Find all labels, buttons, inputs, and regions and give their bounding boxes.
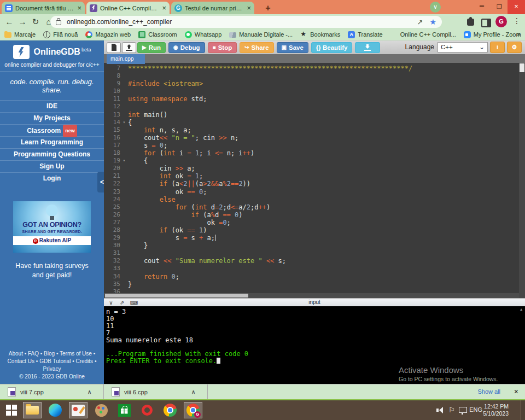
bookmark-item-3[interactable]: Magazin web bbox=[85, 31, 131, 38]
code-line-15[interactable]: 15int n, s, a; bbox=[104, 126, 513, 134]
code-line-13[interactable]: 13int main() bbox=[104, 111, 513, 119]
bookmark-item-9[interactable]: Online C++ Compil... bbox=[390, 31, 456, 38]
code-line-35[interactable]: 35} bbox=[104, 281, 513, 288]
code-line-21[interactable]: 21int ok = 1; bbox=[104, 172, 513, 180]
url-text[interactable]: onlinegdb.com/online_c++_compiler bbox=[67, 18, 411, 26]
code-line-11[interactable]: 11using namespace std; bbox=[104, 95, 513, 103]
code-line-12[interactable]: 12 bbox=[104, 103, 513, 110]
code-line-7[interactable]: 7***************************************… bbox=[104, 65, 513, 72]
terminal-scrollbar[interactable] bbox=[520, 306, 525, 384]
network-icon[interactable] bbox=[459, 407, 467, 413]
editor-horizontal-scrollbar[interactable] bbox=[104, 293, 519, 298]
taskbar-store[interactable] bbox=[115, 402, 133, 418]
action-center-flag-icon[interactable]: ⚐ bbox=[448, 406, 455, 414]
bookmark-item-4[interactable]: Classroom bbox=[138, 31, 177, 38]
download-chevron-icon[interactable]: ∧ bbox=[88, 389, 91, 395]
side-panel-icon[interactable] bbox=[481, 19, 491, 27]
bookmark-item-6[interactable]: Manuale Digitale -... bbox=[229, 31, 293, 38]
browser-menu-icon[interactable]: ⋮ bbox=[513, 16, 521, 25]
show-desktop-button[interactable] bbox=[521, 400, 525, 420]
browser-profile-chevron-button[interactable]: ∨ bbox=[430, 2, 441, 13]
bookmark-item-8[interactable]: Translate bbox=[348, 31, 382, 38]
code-line-20[interactable]: 20cin >> a; bbox=[104, 165, 513, 172]
code-line-26[interactable]: 26if (a%d == 0) bbox=[104, 211, 513, 219]
tab-close-icon[interactable]: × bbox=[162, 4, 166, 12]
language-select[interactable]: C++⌄ bbox=[438, 42, 488, 52]
window-minimize-button[interactable]: – bbox=[474, 0, 490, 14]
taskbar-opera[interactable] bbox=[138, 402, 156, 418]
volume-icon[interactable] bbox=[439, 407, 443, 413]
code-line-32[interactable]: 32cout << "Suma numerelor este " << s; bbox=[104, 257, 513, 265]
tab-close-icon[interactable]: × bbox=[77, 4, 81, 12]
settings-gear-button[interactable]: ⚙ bbox=[507, 42, 522, 53]
window-restore-button[interactable]: ❐ bbox=[491, 0, 508, 14]
window-close-button[interactable]: × bbox=[508, 0, 525, 14]
code-line-19[interactable]: 19▾{ bbox=[104, 157, 513, 165]
share-icon[interactable]: ↗ bbox=[417, 18, 423, 26]
browser-tab-3[interactable]: Testul de numar prim C++ - Înva× bbox=[171, 2, 254, 14]
bookmark-item-10[interactable]: My Profile - Zoom bbox=[464, 31, 521, 38]
new-file-button[interactable] bbox=[107, 42, 121, 53]
code-line-9[interactable]: 9#include <iostream> bbox=[104, 80, 513, 88]
forward-button[interactable]: → bbox=[16, 16, 28, 28]
bookmark-item-2[interactable]: Filă nouă bbox=[43, 31, 78, 38]
sidebar-item-my-projects[interactable]: My Projects bbox=[0, 113, 104, 125]
fold-marker-icon[interactable]: ▾ bbox=[120, 119, 128, 126]
code-line-22[interactable]: 22if (a<2||(a>2&&a%2==2)) bbox=[104, 180, 513, 188]
taskbar-image-editor[interactable] bbox=[69, 402, 88, 418]
footer-link-privacy[interactable]: Privacy bbox=[43, 366, 61, 372]
address-bar[interactable]: onlinegdb.com/online_c++_compiler ↗ ★ bbox=[50, 16, 442, 28]
code-line-30[interactable]: 30} bbox=[104, 242, 513, 249]
profile-avatar[interactable]: G bbox=[495, 16, 507, 27]
tab-close-icon[interactable]: × bbox=[247, 4, 251, 12]
taskbar-edge[interactable] bbox=[46, 402, 65, 418]
code-line-14[interactable]: 14▾{ bbox=[104, 119, 513, 126]
download-button[interactable] bbox=[355, 42, 380, 53]
code-line-31[interactable]: 31 bbox=[104, 249, 513, 257]
reload-button[interactable]: ↻ bbox=[30, 16, 42, 28]
browser-tab-1[interactable]: Document fără titlu - Document× bbox=[2, 2, 85, 14]
sidebar-item-programming-questions[interactable]: Programming Questions bbox=[0, 149, 104, 161]
code-line-28[interactable]: 28if (ok == 1) bbox=[104, 226, 513, 234]
fold-marker-icon[interactable]: ▾ bbox=[120, 157, 128, 165]
language-indicator[interactable]: ENG bbox=[469, 406, 482, 413]
taskbar-file-explorer[interactable] bbox=[23, 402, 42, 418]
bookmark-item-7[interactable]: Bookmarks bbox=[300, 31, 340, 38]
sidebar-item-classroom[interactable]: Classroomnew bbox=[0, 125, 104, 137]
bookmark-item-1[interactable]: Marcaje bbox=[4, 31, 36, 38]
extensions-icon[interactable] bbox=[467, 19, 474, 26]
downloads-show-all-link[interactable]: Show all bbox=[477, 388, 500, 395]
code-line-18[interactable]: 18for (int i = 1; i <= n; i++) bbox=[104, 149, 513, 157]
code-line-29[interactable]: 29s = s + a; bbox=[104, 234, 513, 242]
save-button[interactable]: ▣Save bbox=[277, 42, 308, 53]
taskbar-clock[interactable]: 12:42 PM 5/10/2023 bbox=[483, 403, 509, 417]
new-tab-button[interactable]: + bbox=[261, 3, 275, 13]
code-line-24[interactable]: 24else bbox=[104, 196, 513, 203]
footer-link-terms-of-use[interactable]: Terms of Use bbox=[60, 351, 92, 357]
footer-link-blog[interactable]: Blog bbox=[44, 351, 55, 357]
code-line-17[interactable]: 17s = 0; bbox=[104, 142, 513, 149]
taskbar-paint[interactable] bbox=[92, 402, 110, 418]
bookmark-item-5[interactable]: Whatsapp bbox=[185, 31, 222, 38]
taskbar-chrome[interactable] bbox=[161, 402, 179, 418]
editor-vertical-scrollbar[interactable] bbox=[519, 63, 525, 298]
code-line-8[interactable]: 8 bbox=[104, 72, 513, 80]
download-chevron-icon[interactable]: ∧ bbox=[191, 389, 195, 395]
run-button[interactable]: ▶Run bbox=[137, 42, 166, 53]
code-line-23[interactable]: 23ok == 0; bbox=[104, 188, 513, 196]
code-line-16[interactable]: 16cout<< "n = "; cin >> n; bbox=[104, 134, 513, 142]
bookmark-star-icon[interactable]: ★ bbox=[429, 18, 436, 26]
sidebar-item-learn-programming[interactable]: Learn Programming bbox=[0, 137, 104, 149]
info-button[interactable]: i bbox=[490, 42, 505, 53]
bookmarks-overflow-chevron[interactable]: » bbox=[517, 30, 521, 38]
console-collapse-icon[interactable]: ∨ bbox=[107, 299, 115, 306]
footer-link-credits[interactable]: Credits bbox=[75, 358, 93, 364]
file-tab-main-cpp[interactable]: main.cpp bbox=[107, 54, 145, 63]
sidebar-item-sign-up[interactable]: Sign Up bbox=[0, 161, 104, 173]
footer-link-contact-us[interactable]: Contact Us bbox=[8, 358, 34, 364]
beautify-button[interactable]: {} Beautify bbox=[311, 42, 353, 53]
sidebar-item-ide[interactable]: IDE bbox=[0, 101, 104, 113]
code-editor[interactable]: 7***************************************… bbox=[104, 63, 525, 298]
advertisement[interactable]: GOT AN OPINION? SHARE AND GET REWARDED. … bbox=[13, 201, 91, 253]
code-line-25[interactable]: 25for (int d=2;d<=a/2;d++) bbox=[104, 203, 513, 211]
